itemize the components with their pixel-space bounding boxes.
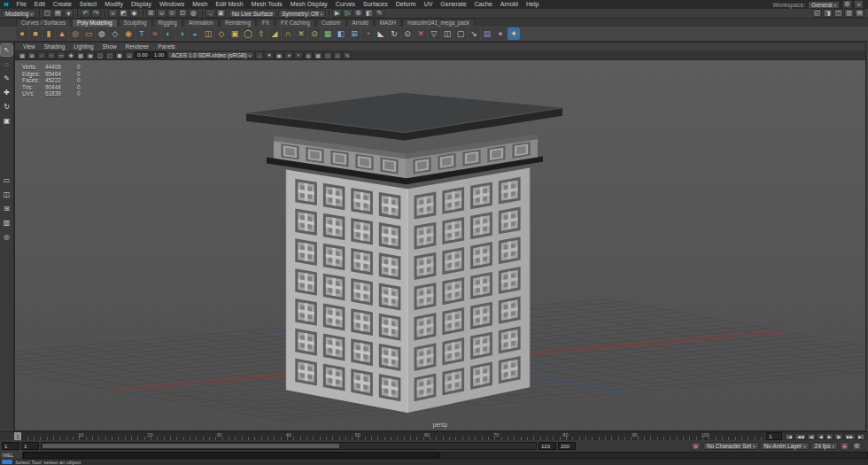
xray-icon[interactable]: ◫ bbox=[323, 51, 332, 59]
animation-preferences-icon[interactable]: ⚙ bbox=[852, 442, 862, 451]
menu-help[interactable]: Help bbox=[523, 0, 543, 9]
open-scene-icon[interactable]: ▤ bbox=[53, 9, 63, 18]
menu-uv[interactable]: UV bbox=[420, 0, 437, 9]
menu-create[interactable]: Create bbox=[49, 0, 75, 9]
scale-tool[interactable]: ▣ bbox=[1, 115, 12, 127]
panel-menu-panels[interactable]: Panels bbox=[153, 43, 180, 50]
2d-pan-zoom-icon[interactable]: ✚ bbox=[66, 51, 75, 59]
poly-cone-icon[interactable]: ▲ bbox=[56, 27, 68, 40]
playback-start-field[interactable]: 1 bbox=[21, 442, 39, 450]
super-ellipse-icon[interactable]: ◉ bbox=[122, 27, 135, 40]
boolean-difference-icon[interactable]: ◑ bbox=[175, 27, 188, 40]
input-connections-icon[interactable]: → bbox=[205, 9, 215, 18]
menu-set-select[interactable]: Modeling bbox=[2, 10, 36, 18]
anti-alias-icon[interactable]: ▦ bbox=[314, 51, 322, 59]
poly-disc-icon[interactable]: ◍ bbox=[96, 27, 108, 40]
attribute-editor-toggle-icon[interactable]: ◫ bbox=[833, 9, 843, 18]
mirror-icon[interactable]: ◧ bbox=[335, 27, 347, 40]
paint-effects-icon[interactable]: ✎ bbox=[375, 9, 384, 18]
shelf-tab-animation[interactable]: Animation bbox=[183, 19, 219, 27]
image-plane-icon[interactable]: ▭ bbox=[57, 51, 66, 59]
ipr-render-icon[interactable]: ▷ bbox=[343, 9, 353, 18]
set-key-icon[interactable]: ◆ bbox=[691, 442, 701, 451]
step-back-key-button[interactable]: ◀| bbox=[807, 433, 816, 440]
shaded-icon[interactable]: ● bbox=[265, 51, 274, 59]
grease-pencil-icon[interactable]: ✎ bbox=[343, 51, 352, 59]
bridge-icon[interactable]: ∩ bbox=[282, 27, 294, 40]
panel-menu-shading[interactable]: Shading bbox=[40, 43, 69, 50]
animation-start-field[interactable]: 1 bbox=[2, 442, 19, 450]
poly-cube-icon[interactable]: ■ bbox=[29, 27, 42, 40]
lattice-icon[interactable]: ⊞ bbox=[348, 27, 360, 40]
character-set-select[interactable]: No Character Set bbox=[703, 442, 759, 450]
rotate-tool[interactable]: ↻ bbox=[1, 101, 12, 112]
menu-generate[interactable]: Generate bbox=[437, 0, 470, 9]
menu-mesh-display[interactable]: Mesh Display bbox=[286, 0, 331, 9]
custom-script-icon[interactable]: ✦ bbox=[508, 27, 520, 40]
panel-menu-renderer[interactable]: Renderer bbox=[121, 43, 154, 50]
target-weld-icon[interactable]: ⊙ bbox=[308, 27, 321, 40]
exposure-field[interactable]: 0.00 bbox=[135, 51, 151, 58]
menu-select[interactable]: Select bbox=[75, 0, 100, 9]
shelf-tab-malcolm341-mega-pack[interactable]: malcolm341_mega_pack bbox=[402, 19, 475, 27]
redo-icon[interactable]: ↷ bbox=[91, 9, 101, 18]
multi-cut-icon[interactable]: ✕ bbox=[295, 27, 307, 40]
animation-end-field[interactable]: 200 bbox=[558, 442, 576, 450]
select-tool[interactable]: ↖ bbox=[1, 44, 12, 56]
render-icon[interactable]: ▶ bbox=[332, 9, 342, 18]
film-gate-icon[interactable]: ◻ bbox=[96, 51, 105, 59]
menu-deform[interactable]: Deform bbox=[391, 0, 420, 9]
crease-tool-icon[interactable]: ◣ bbox=[375, 27, 387, 40]
go-to-start-button[interactable]: |◀ bbox=[785, 433, 794, 440]
menu-arnold[interactable]: Arnold bbox=[496, 0, 522, 9]
current-frame-field[interactable]: 1 bbox=[766, 432, 782, 440]
hypershade-toggle-icon[interactable]: ◨ bbox=[823, 9, 833, 18]
uv-editor-icon[interactable]: ▤ bbox=[481, 27, 493, 40]
shelf-tab-fx-caching[interactable]: FX Caching bbox=[275, 19, 315, 27]
menu-windows[interactable]: Windows bbox=[155, 0, 188, 9]
panel-menu-view[interactable]: View bbox=[19, 43, 40, 50]
select-camera-icon[interactable]: ▦ bbox=[18, 51, 27, 59]
duplicate-icon[interactable]: ◫ bbox=[441, 27, 453, 40]
gate-mask-icon[interactable]: ◼ bbox=[115, 51, 124, 59]
resolution-gate-icon[interactable]: ▢ bbox=[105, 51, 114, 59]
menu-surfaces[interactable]: Surfaces bbox=[360, 0, 392, 9]
shelf-tab-rendering[interactable]: Rendering bbox=[220, 19, 256, 27]
time-slider[interactable]: 1020304050607080901001101201 bbox=[14, 432, 764, 440]
shelf-tab-mash[interactable]: MASH bbox=[375, 19, 401, 27]
step-back-frame-button[interactable]: ◀◀ bbox=[794, 433, 806, 440]
freeze-transform-icon[interactable]: ▽ bbox=[428, 27, 440, 40]
playback-end-field[interactable]: 120 bbox=[539, 442, 556, 450]
undo-icon[interactable]: ↶ bbox=[81, 9, 90, 18]
auto-keyframe-icon[interactable]: ◆ bbox=[840, 442, 849, 451]
camera-attributes-icon[interactable]: ⌂ bbox=[37, 51, 46, 59]
fps-select[interactable]: 24 fps bbox=[811, 442, 838, 450]
gate-icon[interactable]: ▣ bbox=[86, 51, 95, 59]
construction-history-icon[interactable]: ▣ bbox=[216, 9, 226, 18]
snap-to-point-icon[interactable]: ⊙ bbox=[167, 9, 177, 18]
menu-curves[interactable]: Curves bbox=[331, 0, 359, 9]
render-settings-icon[interactable]: ⚙ bbox=[353, 9, 363, 18]
current-frame-marker[interactable]: 1 bbox=[14, 432, 21, 440]
poly-cylinder-icon[interactable]: ▮ bbox=[43, 27, 55, 40]
range-slider-bar[interactable] bbox=[43, 444, 339, 448]
separate-icon[interactable]: ◇ bbox=[215, 27, 228, 40]
four-pane-layout-button[interactable]: ⊞ bbox=[1, 203, 12, 214]
hypershade-icon[interactable]: ◧ bbox=[364, 9, 374, 18]
poly-sphere-icon[interactable]: ● bbox=[16, 27, 28, 40]
ao-icon[interactable]: ◍ bbox=[304, 51, 313, 59]
snap-to-grid-icon[interactable]: ⊞ bbox=[146, 9, 156, 18]
paint-select-tool[interactable]: ✎ bbox=[1, 73, 12, 84]
lock-camera-icon[interactable]: ⊠ bbox=[27, 51, 36, 59]
menu-display[interactable]: Display bbox=[127, 0, 155, 9]
play-forward-button[interactable]: ▶ bbox=[825, 433, 833, 440]
go-to-end-button[interactable]: ▶| bbox=[856, 433, 865, 440]
quad-draw-icon[interactable]: ▦ bbox=[322, 27, 334, 40]
use-all-lights-icon[interactable]: ☀ bbox=[284, 51, 293, 59]
live-surface-button[interactable]: No Live Surface bbox=[229, 10, 276, 18]
workspace-settings-icon[interactable]: ⚙ bbox=[842, 0, 852, 9]
boolean-intersect-icon[interactable]: ◒ bbox=[189, 27, 201, 40]
outliner-pane-layout-button[interactable]: ▥ bbox=[1, 217, 12, 229]
new-scene-icon[interactable]: ▢ bbox=[43, 9, 52, 18]
oversample-icon[interactable]: ▩ bbox=[76, 51, 85, 59]
